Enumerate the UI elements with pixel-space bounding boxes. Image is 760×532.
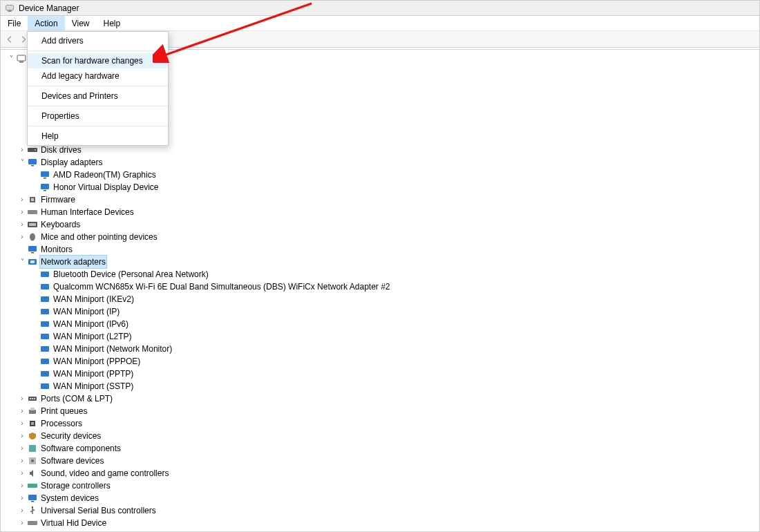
menu-item-action[interactable]: Action — [28, 16, 64, 30]
chevron-right-icon[interactable]: › — [17, 144, 27, 156]
svg-rect-15 — [31, 198, 34, 201]
menu-devices-and-printers[interactable]: Devices and Printers — [28, 88, 168, 104]
tree-item-label: Human Interface Devices — [40, 206, 135, 218]
usb-icon — [27, 506, 38, 515]
tree-item-monitors[interactable]: Monitors — [2, 243, 759, 256]
chevron-down-icon[interactable]: ˅ — [17, 156, 27, 169]
expander-empty — [30, 169, 39, 181]
component-icon — [27, 444, 38, 453]
chevron-right-icon[interactable]: › — [17, 492, 27, 504]
tree-item-label: Ports (COM & LPT) — [40, 392, 113, 405]
tree-item-wan-netmon[interactable]: WAN Miniport (Network Monitor) — [2, 343, 759, 355]
network-icon — [39, 332, 50, 341]
tree-item-software-components[interactable]: ›Software components — [2, 442, 759, 455]
monitor-icon — [27, 245, 38, 254]
svg-point-36 — [32, 398, 33, 399]
tree-item-honor-virtual-display[interactable]: Honor Virtual Display Device — [2, 181, 759, 193]
tree-item-network-adapters[interactable]: ˅ Network adapters — [2, 256, 759, 268]
menu-add-legacy-hardware[interactable]: Add legacy hardware — [28, 68, 168, 84]
svg-rect-28 — [41, 321, 49, 327]
svg-rect-11 — [44, 178, 46, 179]
tree-item-label: Keyboards — [40, 218, 81, 231]
tree-item-bt-pan[interactable]: Bluetooth Device (Personal Area Network) — [2, 268, 759, 281]
svg-rect-23 — [30, 260, 35, 263]
tree-item-wan-sstp[interactable]: WAN Miniport (SSTP) — [2, 380, 759, 392]
mouse-icon — [27, 232, 38, 242]
menu-scan-hardware-changes[interactable]: Scan for hardware changes — [28, 53, 168, 68]
network-icon — [27, 257, 38, 267]
chevron-down-icon[interactable]: ˅ — [17, 256, 27, 268]
svg-rect-21 — [31, 252, 34, 254]
menu-item-view[interactable]: View — [65, 16, 97, 30]
menu-properties[interactable]: Properties — [28, 108, 168, 124]
menu-add-drivers[interactable]: Add drivers — [28, 33, 168, 48]
menu-item-file[interactable]: File — [1, 16, 28, 30]
chevron-right-icon[interactable]: › — [17, 218, 27, 231]
tree-item-wan-ip[interactable]: WAN Miniport (IP) — [2, 305, 759, 318]
tree-item-print-queues[interactable]: ›Print queues — [2, 405, 759, 417]
chevron-down-icon[interactable]: ˅ — [6, 53, 16, 65]
tree-item-label: WAN Miniport (PPPOE) — [53, 355, 141, 368]
chevron-right-icon[interactable]: › — [17, 405, 27, 417]
svg-point-44 — [31, 459, 34, 462]
toolbar-back-button[interactable] — [3, 33, 16, 46]
tree-item-label: Storage controllers — [40, 479, 111, 492]
svg-rect-42 — [29, 445, 36, 452]
tree-item-storage-controllers[interactable]: ›Storage controllers — [2, 479, 759, 492]
tree-item-usb-controllers[interactable]: ›Universal Serial Bus controllers — [2, 504, 759, 517]
tree-item-label: Mice and other pointing devices — [40, 231, 158, 243]
tree-item-mice[interactable]: › Mice and other pointing devices — [2, 231, 759, 243]
tree-item-label: Software devices — [40, 455, 104, 467]
tree-item-wan-pptp[interactable]: WAN Miniport (PPTP) — [2, 368, 759, 380]
tree-item-label: WAN Miniport (IKEv2) — [53, 293, 135, 305]
chevron-right-icon[interactable]: › — [17, 193, 27, 206]
tree-item-label: WAN Miniport (PPTP) — [53, 368, 134, 380]
tree-item-display-adapters[interactable]: ˅ Display adapters — [2, 156, 759, 169]
network-icon — [39, 381, 50, 391]
chevron-right-icon[interactable]: › — [17, 467, 27, 479]
chevron-right-icon[interactable]: › — [17, 504, 27, 517]
tree-item-sound[interactable]: ›Sound, video and game controllers — [2, 467, 759, 479]
tree-item-virtual-hid[interactable]: ›Virtual Hid Device — [2, 517, 759, 529]
chevron-right-icon[interactable]: › — [17, 430, 27, 442]
tree-item-label: Display adapters — [40, 156, 103, 169]
tree-item-security-devices[interactable]: ›Security devices — [2, 430, 759, 442]
tree-item-label: Universal Serial Bus controllers — [40, 504, 157, 517]
svg-rect-9 — [31, 165, 34, 167]
tree-item-label: Processors — [40, 417, 83, 430]
menu-item-help[interactable]: Help — [97, 16, 128, 30]
chevron-right-icon[interactable]: › — [17, 479, 27, 492]
network-icon — [39, 369, 50, 379]
tree-item-firmware[interactable]: › Firmware — [2, 193, 759, 206]
svg-rect-4 — [17, 55, 26, 61]
tree-item-label: WAN Miniport (L2TP) — [53, 330, 133, 343]
menu-help[interactable]: Help — [28, 129, 168, 144]
tree-item-qualcomm-wifi[interactable]: Qualcomm WCN685x Wi-Fi 6E Dual Band Simu… — [2, 281, 759, 293]
tree-item-label: Monitors — [40, 243, 73, 256]
tree-item-system-devices[interactable]: ›System devices — [2, 492, 759, 504]
chevron-right-icon[interactable]: › — [17, 442, 27, 455]
tree-item-keyboards[interactable]: › Keyboards — [2, 218, 759, 231]
chevron-right-icon[interactable]: › — [17, 455, 27, 467]
chevron-right-icon[interactable]: › — [17, 417, 27, 430]
menu-separator — [28, 86, 167, 86]
tree-item-label: Bluetooth Device (Personal Area Network) — [53, 268, 209, 281]
hid-icon — [27, 207, 38, 217]
window-title: Device Manager — [19, 3, 79, 13]
tree-item-wan-ikev2[interactable]: WAN Miniport (IKEv2) — [2, 293, 759, 305]
action-dropdown: Add drivers Scan for hardware changes Ad… — [27, 31, 169, 146]
tree-item-wan-l2tp[interactable]: WAN Miniport (L2TP) — [2, 330, 759, 343]
tree-item-wan-pppoe[interactable]: WAN Miniport (PPPOE) — [2, 355, 759, 368]
tree-item-hid[interactable]: › Human Interface Devices — [2, 206, 759, 218]
printer-icon — [27, 406, 38, 416]
tree-item-processors[interactable]: ›Processors — [2, 417, 759, 430]
tree-item-amd-radeon[interactable]: AMD Radeon(TM) Graphics — [2, 169, 759, 181]
tree-item-ports[interactable]: ›Ports (COM & LPT) — [2, 392, 759, 405]
tree-item-wan-ipv6[interactable]: WAN Miniport (IPv6) — [2, 318, 759, 330]
svg-rect-13 — [44, 190, 46, 191]
chevron-right-icon[interactable]: › — [17, 206, 27, 218]
chevron-right-icon[interactable]: › — [17, 231, 27, 243]
chevron-right-icon[interactable]: › — [17, 392, 27, 405]
tree-item-software-devices[interactable]: ›Software devices — [2, 455, 759, 467]
chevron-right-icon[interactable]: › — [17, 517, 27, 529]
